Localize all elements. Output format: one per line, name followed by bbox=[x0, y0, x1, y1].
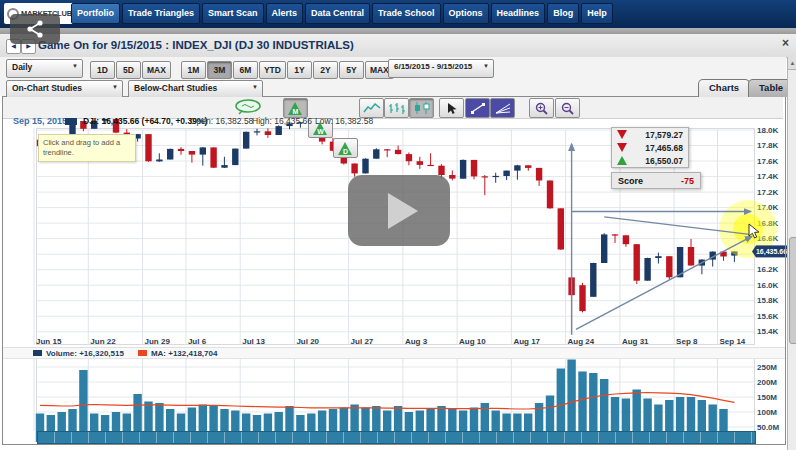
scroll-up-icon[interactable]: ▲ bbox=[788, 57, 796, 70]
chart-table-tabs: ChartsTable bbox=[698, 79, 788, 96]
play-icon bbox=[388, 193, 418, 229]
nav-item-portfolio[interactable]: Portfolio bbox=[71, 3, 120, 24]
green-up-triangle-icon bbox=[617, 156, 627, 165]
trendline-icon bbox=[470, 102, 486, 114]
share-icon bbox=[25, 19, 45, 39]
volume-legend-text: Volume: +16,320,515 bbox=[46, 349, 124, 358]
zoom-out-icon bbox=[561, 102, 575, 115]
title-bar: ◀ ▶ Game On for 9/15/2015 : INDEX_DJI (D… bbox=[0, 34, 796, 58]
volume-color-swatch bbox=[33, 350, 42, 356]
vertical-scrollbar[interactable]: ▲ bbox=[787, 57, 796, 450]
trade-triangle-row: 16,550.07 bbox=[612, 154, 688, 167]
trade-triangle-row: 17,465.68 bbox=[612, 141, 688, 154]
range-button-5y[interactable]: 5Y bbox=[339, 61, 364, 79]
candlestick-chart-icon bbox=[413, 102, 431, 114]
trade-triangle-row: 17,579.27 bbox=[612, 128, 688, 141]
score-value: -75 bbox=[681, 176, 694, 186]
line-chart-button[interactable] bbox=[359, 98, 384, 118]
chevron-down-icon: ▼ bbox=[252, 84, 258, 98]
cursor-icon bbox=[446, 102, 458, 115]
ma-color-swatch bbox=[138, 350, 147, 356]
chevron-down-icon: ▼ bbox=[112, 84, 118, 98]
chevron-down-icon: ▼ bbox=[72, 63, 78, 77]
cursor-button[interactable] bbox=[439, 98, 464, 118]
toolbar: Daily▼ 1D5DMAX1M3M6MYTD1Y2Y5YMAX 6/15/20… bbox=[0, 57, 786, 96]
range-button-ytd[interactable]: YTD bbox=[259, 61, 286, 79]
nav-item-options[interactable]: Options bbox=[443, 3, 489, 24]
range-button-2y[interactable]: 2Y bbox=[313, 61, 338, 79]
quote-low: Low: 16,382.58 bbox=[315, 116, 373, 126]
trade-triangles-box: 17,579.2717,465.6816,550.07 bbox=[611, 127, 689, 168]
quote-date: Sep 15, 2015 bbox=[13, 116, 67, 126]
price-color-swatch bbox=[65, 118, 77, 125]
nav-item-alerts[interactable]: Alerts bbox=[266, 3, 304, 24]
range-button-1m[interactable]: 1M bbox=[181, 61, 206, 79]
range-button-max-1[interactable]: MAX bbox=[142, 61, 171, 79]
candlestick-chart-button[interactable] bbox=[409, 98, 434, 118]
share-button[interactable] bbox=[10, 14, 60, 44]
range-button-6m[interactable]: 6M bbox=[233, 61, 258, 79]
quote-open: Open: 16,382.58 bbox=[190, 116, 253, 126]
bar-chart-icon bbox=[388, 102, 406, 114]
range-button-5d[interactable]: 5D bbox=[116, 61, 141, 79]
nav-item-help[interactable]: Help bbox=[581, 3, 613, 24]
zoom-in-icon bbox=[535, 102, 549, 115]
nav-item-trade-triangles[interactable]: Trade Triangles bbox=[122, 3, 200, 24]
monthly-triangle-button[interactable]: M bbox=[283, 98, 308, 118]
scrollbar-thumb[interactable] bbox=[789, 237, 796, 344]
daily-triangle-button[interactable]: D bbox=[333, 138, 358, 158]
page-title: Game On for 9/15/2015 : INDEX_DJI (DJ 30… bbox=[38, 39, 354, 51]
close-icon[interactable]: × bbox=[782, 36, 789, 50]
nav-item-data-central[interactable]: Data Central bbox=[305, 3, 370, 24]
gann-fan-button[interactable] bbox=[490, 98, 515, 118]
nav-item-smart-scan[interactable]: Smart Scan bbox=[202, 3, 264, 24]
date-range-select[interactable]: 6/15/2015 - 9/15/2015▼ bbox=[388, 59, 494, 78]
divider-strip bbox=[0, 28, 796, 34]
nav-item-blog[interactable]: Blog bbox=[547, 3, 579, 24]
range-button-3m[interactable]: 3M bbox=[207, 61, 232, 79]
nav-item-trade-school[interactable]: Trade School bbox=[372, 3, 441, 24]
quote-high: High: 16,435.66 bbox=[252, 116, 312, 126]
period-select[interactable]: Daily▼ bbox=[6, 59, 83, 78]
score-label: Score bbox=[618, 176, 643, 186]
video-play-button[interactable] bbox=[348, 175, 450, 246]
gann-fan-icon bbox=[495, 102, 511, 114]
volume-legend: Volume: +16,320,515 MA: +132,418,704 bbox=[3, 347, 785, 359]
nav-item-headlines[interactable]: Headlines bbox=[491, 3, 546, 24]
range-button-1d[interactable]: 1D bbox=[90, 61, 115, 79]
quote-price-line: DJI: 16,435.66 (+64.70, +0.39%) bbox=[83, 116, 207, 126]
red-down-triangle-icon bbox=[617, 130, 627, 139]
range-button-group: 1D5DMAX1M3M6MYTD1Y2Y5YMAX bbox=[90, 59, 395, 79]
red-down-triangle-icon bbox=[617, 143, 627, 152]
nav-menu: PortfolioTrade TrianglesSmart ScanAlerts… bbox=[71, 0, 615, 28]
score-box: Score -75 bbox=[611, 172, 701, 189]
line-chart-icon bbox=[363, 102, 381, 114]
time-range-slider[interactable] bbox=[37, 431, 756, 444]
chevron-down-icon: ▼ bbox=[483, 63, 489, 77]
trendline-button[interactable] bbox=[465, 98, 490, 118]
trendline-tooltip: Click and drag to add a trendline. bbox=[38, 134, 136, 162]
ma-legend-text: MA: +132,418,704 bbox=[151, 349, 218, 358]
bar-chart-button[interactable] bbox=[384, 98, 409, 118]
tab-charts[interactable]: Charts bbox=[698, 79, 750, 97]
zoom-out-button[interactable] bbox=[555, 98, 580, 118]
zoom-in-button[interactable] bbox=[529, 98, 554, 118]
range-button-1y[interactable]: 1Y bbox=[287, 61, 312, 79]
